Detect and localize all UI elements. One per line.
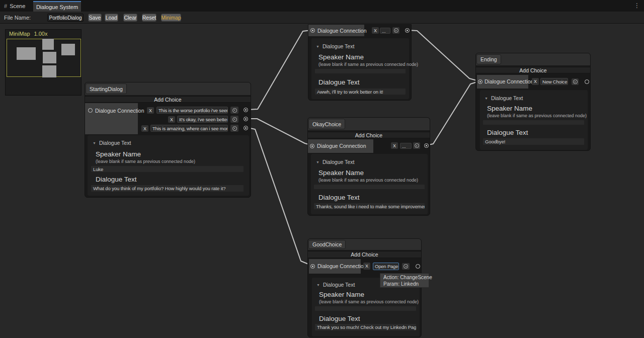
tab-dialogue-system[interactable]: Dialogue System bbox=[33, 1, 81, 12]
speaker-name-hint: (leave blank if same as previous connect… bbox=[318, 62, 418, 67]
node-title-field[interactable]: StartingDialog bbox=[86, 83, 127, 94]
file-name-input[interactable]: PortfolioDialog bbox=[47, 14, 84, 22]
dialogue-text-field[interactable]: What do you think of my portfolio? How h… bbox=[91, 185, 244, 192]
node-starting-dialog[interactable]: StartingDialog Add Choice Dialogue Conne… bbox=[85, 82, 251, 198]
dialogue-text-foldout[interactable]: ▼ Dialogue Text bbox=[316, 159, 354, 165]
speaker-name-field[interactable]: Luke bbox=[91, 166, 244, 172]
node-good-choice[interactable]: GoodChoice Add Choice Dialogue Connectio… bbox=[307, 238, 422, 337]
dialogue-text-field[interactable]: Goodbye! bbox=[483, 138, 584, 145]
speaker-name-hint: (leave blank if same as previous connect… bbox=[319, 299, 419, 304]
delete-choice-button[interactable]: X bbox=[147, 107, 154, 114]
speaker-name-label: Speaker Name bbox=[319, 291, 364, 298]
edge-start-to-good[interactable] bbox=[248, 128, 312, 266]
edge-start-to-bad[interactable] bbox=[248, 30, 311, 110]
input-port[interactable] bbox=[88, 108, 93, 113]
dialogue-text-field[interactable]: Thanks, sound like i need to make some i… bbox=[314, 203, 425, 209]
dialogue-text-field[interactable]: Thank you so much! Check out my Linkedn … bbox=[315, 324, 416, 330]
edge-bad-to-ending[interactable] bbox=[408, 30, 478, 81]
dialogue-connection-label: Dialogue Connection bbox=[485, 78, 533, 84]
gear-icon[interactable] bbox=[230, 116, 238, 123]
output-port[interactable] bbox=[416, 264, 420, 269]
file-name-label: File Name: bbox=[4, 15, 31, 21]
gear-icon[interactable] bbox=[230, 107, 238, 114]
node-body: ▼ Dialogue Text Speaker Name (leave blan… bbox=[88, 135, 249, 196]
choice-text-field[interactable]: This is the worse portfolio i've seen bbox=[156, 107, 228, 114]
minimap-panel[interactable]: MiniMap 1.00x bbox=[5, 29, 82, 96]
delete-choice-button[interactable]: X bbox=[168, 116, 175, 123]
foldout-label: Dialogue Text bbox=[323, 43, 354, 49]
output-port[interactable] bbox=[244, 108, 248, 112]
delete-choice-button[interactable]: X bbox=[372, 27, 379, 34]
choice-text-field-focused[interactable]: Open Page bbox=[373, 263, 399, 270]
node-okay-choice[interactable]: OkayChoice Add Choice Dialogue Connectio… bbox=[307, 117, 430, 216]
dialogue-text-foldout[interactable]: ▼ Dialogue Text bbox=[316, 282, 355, 288]
speaker-name-hint: (leave blank if same as previous connect… bbox=[96, 159, 195, 164]
graph-canvas[interactable]: MiniMap 1.00x StartingDialog Add Choice … bbox=[0, 24, 644, 338]
delete-choice-button[interactable]: X bbox=[532, 78, 539, 85]
add-choice-button[interactable]: Add Choice bbox=[476, 67, 590, 73]
gear-icon[interactable] bbox=[392, 27, 399, 34]
minimap-title-text: MiniMap bbox=[9, 31, 30, 37]
delete-choice-button[interactable]: X bbox=[141, 125, 148, 132]
output-port[interactable] bbox=[424, 143, 429, 148]
dialogue-text-label: Dialogue Text bbox=[96, 176, 137, 183]
input-port[interactable] bbox=[310, 144, 314, 148]
speaker-name-field[interactable] bbox=[315, 69, 406, 73]
output-port[interactable] bbox=[244, 126, 248, 130]
load-button[interactable]: Load bbox=[105, 14, 118, 22]
choice-text-field[interactable]: New Choice bbox=[540, 78, 568, 85]
dialogue-text-foldout[interactable]: ▼ Dialogue Text bbox=[316, 43, 354, 49]
dialogue-connection-label: Dialogue Connection bbox=[317, 28, 366, 34]
edge-okay-to-ending[interactable] bbox=[426, 81, 478, 145]
dialogue-text-foldout[interactable]: ▼ Dialogue Text bbox=[485, 95, 523, 101]
speaker-name-label: Speaker Name bbox=[487, 105, 532, 112]
foldout-arrow-icon: ▼ bbox=[316, 45, 319, 48]
node-ending[interactable]: Ending Add Choice Dialogue Connection X … bbox=[475, 53, 591, 151]
choice-text-field[interactable]: ... bbox=[400, 143, 412, 149]
delete-choice-button[interactable]: X bbox=[391, 142, 398, 149]
dialogue-connection-label: Dialogue Connection bbox=[95, 108, 144, 114]
minimap-toggle-button[interactable]: Minimap bbox=[161, 14, 181, 22]
dialogue-text-foldout[interactable]: ▼ Dialogue Text bbox=[93, 140, 131, 146]
tooltip-action-line: Action: ChangeScene bbox=[383, 274, 426, 281]
gear-icon[interactable] bbox=[402, 263, 410, 270]
gear-icon[interactable] bbox=[413, 142, 420, 149]
minimap-node bbox=[17, 47, 36, 60]
foldout-label: Dialogue Text bbox=[491, 95, 523, 101]
input-port[interactable] bbox=[310, 28, 315, 33]
foldout-label: Dialogue Text bbox=[323, 282, 355, 288]
dialogue-editor-window: # Scene Dialogue System ⋮ File Name: Por… bbox=[0, 0, 644, 338]
choice-text-field[interactable]: It's okay, i've seen better bbox=[177, 116, 228, 123]
node-title-field[interactable]: OkayChoice bbox=[308, 119, 345, 129]
add-choice-button[interactable]: Add Choice bbox=[308, 132, 430, 138]
foldout-arrow-icon: ▼ bbox=[316, 283, 320, 287]
input-port[interactable] bbox=[478, 79, 482, 84]
choice-text-field[interactable]: ... bbox=[380, 28, 390, 34]
speaker-name-field[interactable] bbox=[314, 185, 425, 189]
speaker-name-field[interactable] bbox=[315, 306, 416, 311]
reset-button[interactable]: Reset bbox=[142, 14, 156, 22]
gear-icon[interactable] bbox=[572, 78, 579, 85]
output-port[interactable] bbox=[405, 28, 410, 33]
speaker-name-label: Speaker Name bbox=[96, 150, 141, 158]
input-port[interactable] bbox=[310, 264, 315, 269]
node-title-field[interactable]: Ending bbox=[476, 54, 501, 64]
speaker-name-field[interactable] bbox=[483, 120, 584, 125]
kebab-menu-icon[interactable]: ⋮ bbox=[634, 2, 640, 9]
tab-bar: # Scene Dialogue System ⋮ bbox=[0, 0, 644, 12]
tab-scene[interactable]: # Scene bbox=[4, 0, 25, 12]
node-title-field[interactable]: GoodChoice bbox=[308, 240, 346, 249]
node-bad-response[interactable]: Dialogue Connection X ... ▼ Dialogue Tex… bbox=[308, 24, 412, 101]
edge-start-to-okay[interactable] bbox=[248, 119, 312, 145]
save-button[interactable]: Save bbox=[88, 14, 102, 22]
add-choice-button[interactable]: Add Choice bbox=[85, 96, 251, 103]
clear-button[interactable]: Clear bbox=[123, 14, 137, 22]
dialogue-text-field[interactable]: Awwh, i'll try to work better on it! bbox=[315, 89, 406, 95]
choice-text-field[interactable]: This is amazing, where can i see more! bbox=[150, 125, 228, 132]
delete-choice-button[interactable]: X bbox=[363, 263, 370, 270]
output-port[interactable] bbox=[585, 79, 589, 84]
speaker-name-hint: (leave blank if same as previous connect… bbox=[318, 178, 418, 183]
output-port[interactable] bbox=[244, 117, 248, 121]
add-choice-button[interactable]: Add Choice bbox=[308, 251, 421, 258]
gear-icon[interactable] bbox=[230, 125, 238, 132]
